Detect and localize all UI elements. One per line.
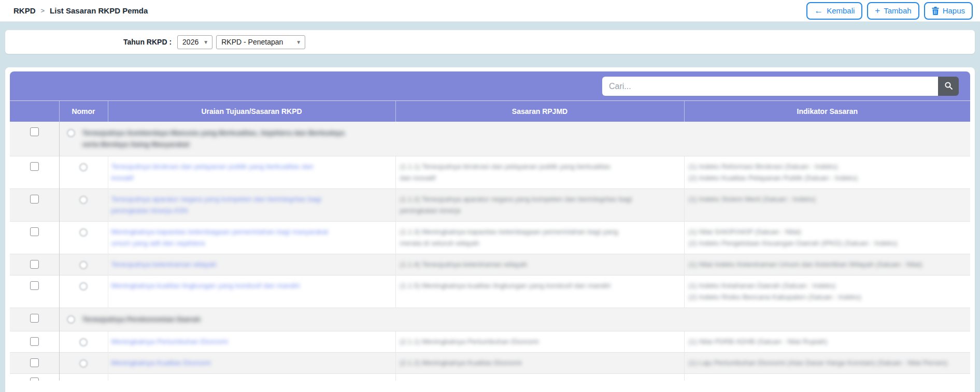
- row-radio[interactable]: [79, 163, 88, 171]
- uraian-cell: Meningkatnya kapasitas kelembagaan pemer…: [108, 222, 395, 254]
- tambah-button-label: Tambah: [884, 6, 911, 15]
- uraian-cell: Meningkatnya Kualitas Ekonomi: [108, 353, 395, 374]
- indikator-text: (1) Laju Pertumbuhan Ekonomi (Atas Dasar…: [689, 357, 967, 369]
- row-radio[interactable]: [67, 129, 75, 137]
- sasaran-rpjmd-cell: (1.1.5) Meningkatnya kualitas lingkungan…: [395, 275, 684, 308]
- kembali-button-label: Kembali: [827, 6, 855, 15]
- table-row: Meningkatnya Kualitas Ekonomi(2.1.2) Men…: [10, 353, 970, 374]
- column-header-nomor: Nomor: [59, 101, 108, 122]
- uraian-cell: Meningkatnya kualitas lingkungan yang ko…: [108, 275, 395, 308]
- row-checkbox[interactable]: [30, 337, 39, 346]
- row-radio[interactable]: [79, 228, 88, 237]
- uraian-link[interactable]: Terwujudnya aparatur negara yang kompete…: [111, 194, 390, 216]
- row-checkbox-cell: [10, 374, 59, 381]
- row-radio[interactable]: [79, 261, 88, 269]
- table-row: [10, 374, 970, 381]
- trash-icon: [932, 7, 939, 15]
- action-buttons: ← Kembali + Tambah Hapus: [806, 2, 973, 20]
- table-row: Terwujudnya birokrasi dan pelayanan publ…: [10, 156, 970, 189]
- sasaran-text: (1.1.2) Terwujudnya aparatur negara yang…: [400, 194, 680, 216]
- search-button[interactable]: [938, 77, 959, 96]
- row-checkbox-cell: [10, 308, 59, 331]
- year-select[interactable]: 2026 ▼: [177, 35, 212, 49]
- sasaran-rpjmd-cell: (1.1.1) Terwujudnya birokrasi dan pelaya…: [395, 156, 684, 189]
- indikator-cell: (1) Nilai SAKIP/AKIP (Satuan : Nilai)(2)…: [684, 222, 970, 254]
- year-select-value: 2026: [182, 38, 198, 46]
- table-row: Meningkatnya kapasitas kelembagaan pemer…: [10, 222, 970, 254]
- uraian-link[interactable]: Terwujudnya birokrasi dan pelayanan publ…: [111, 161, 390, 184]
- breadcrumb-item-rkpd[interactable]: RKPD: [13, 6, 36, 15]
- sasaran-rpjmd-cell: (1.1.3) Meningkatnya kapasitas kelembaga…: [395, 222, 684, 254]
- arrow-left-icon: ←: [814, 6, 823, 15]
- nomor-cell: [59, 189, 108, 222]
- hapus-button-label: Hapus: [943, 6, 965, 15]
- uraian-link[interactable]: Meningkatnya kapasitas kelembagaan pemer…: [111, 226, 390, 249]
- row-radio[interactable]: [79, 196, 88, 204]
- table-row: Meningkatnya Pertumbuhan Ekonomi(2.1.1) …: [10, 331, 970, 353]
- row-checkbox[interactable]: [30, 314, 39, 323]
- group-row: Terwujudnya Sumberdaya Manusia yang Berk…: [10, 122, 970, 156]
- nomor-cell: [59, 353, 108, 374]
- indikator-cell: [684, 374, 970, 381]
- indikator-text: (1) Indeks Reformasi Birokrasi (Satuan :…: [689, 161, 967, 184]
- top-bar: RKPD > List Sasaran RKPD Pemda ← Kembali…: [0, 0, 980, 22]
- indikator-text: (1) Indeks Sistem Merit (Satuan : Indeks…: [689, 194, 967, 205]
- row-radio[interactable]: [79, 359, 88, 368]
- search-icon: [944, 81, 953, 92]
- stage-select[interactable]: RKPD - Penetapan ▼: [216, 35, 305, 49]
- uraian-cell: [108, 374, 395, 381]
- uraian-link[interactable]: Terwujudnya ketentraman wilayah: [111, 259, 390, 270]
- uraian-link[interactable]: Meningkatnya kualitas lingkungan yang ko…: [111, 280, 390, 292]
- group-row: Terwujudnya Perekonomian Daerah: [10, 308, 970, 331]
- row-checkbox-cell: [10, 189, 59, 222]
- tambah-button[interactable]: + Tambah: [867, 2, 919, 20]
- row-checkbox[interactable]: [30, 260, 39, 269]
- table-row: Meningkatnya kualitas lingkungan yang ko…: [10, 275, 970, 308]
- sasaran-text: (2.1.2) Meningkatnya Kualitas Ekonomi: [400, 357, 680, 369]
- column-header-indikator: Indikator Sasaran: [684, 101, 970, 122]
- chevron-down-icon: ▼: [203, 39, 208, 45]
- breadcrumb: RKPD > List Sasaran RKPD Pemda: [13, 6, 148, 15]
- table-row: Terwujudnya aparatur negara yang kompete…: [10, 189, 970, 222]
- uraian-cell: Terwujudnya ketentraman wilayah: [108, 254, 395, 275]
- row-radio[interactable]: [67, 315, 75, 324]
- uraian-link[interactable]: Meningkatnya Pertumbuhan Ekonomi: [111, 336, 390, 347]
- filter-card: Tahun RKPD : 2026 ▼ RKPD - Penetapan ▼: [5, 30, 975, 54]
- sasaran-text: (1.1.1) Terwujudnya birokrasi dan pelaya…: [400, 161, 680, 184]
- hapus-button[interactable]: Hapus: [924, 2, 973, 20]
- uraian-link[interactable]: Meningkatnya Kualitas Ekonomi: [111, 357, 390, 369]
- search-input[interactable]: [602, 77, 938, 96]
- uraian-cell: Terwujudnya birokrasi dan pelayanan publ…: [108, 156, 395, 189]
- sasaran-table: Nomor Uraian Tujuan/Sasaran RKPD Sasaran…: [10, 101, 970, 381]
- sasaran-rpjmd-cell: (1.1.4) Terwujudnya ketentraman wilayah: [395, 254, 684, 275]
- indikator-cell: (1) Nilai Indeks Ketentraman Umum dan Ke…: [684, 254, 970, 275]
- row-radio[interactable]: [79, 338, 88, 346]
- row-checkbox[interactable]: [30, 127, 39, 136]
- chevron-down-icon: ▼: [296, 39, 301, 45]
- row-checkbox[interactable]: [30, 281, 39, 290]
- table-row: Terwujudnya ketentraman wilayah(1.1.4) T…: [10, 254, 970, 275]
- row-checkbox[interactable]: [30, 162, 39, 171]
- kembali-button[interactable]: ← Kembali: [806, 2, 862, 20]
- indikator-cell: (1) Laju Pertumbuhan Ekonomi (Atas Dasar…: [684, 353, 970, 374]
- group-title-text: Terwujudnya Perekonomian Daerah: [82, 314, 201, 325]
- column-header-uraian: Uraian Tujuan/Sasaran RKPD: [108, 101, 395, 122]
- group-title-cell: Terwujudnya Sumberdaya Manusia yang Berk…: [59, 122, 970, 156]
- indikator-cell: (1) Indeks Sistem Merit (Satuan : Indeks…: [684, 189, 970, 222]
- nomor-cell: [59, 374, 108, 381]
- row-checkbox[interactable]: [30, 358, 39, 367]
- sasaran-rpjmd-cell: (1.1.2) Terwujudnya aparatur negara yang…: [395, 189, 684, 222]
- sasaran-text: (1.1.3) Meningkatnya kapasitas kelembaga…: [400, 226, 680, 249]
- breadcrumb-separator: >: [41, 7, 45, 14]
- row-checkbox[interactable]: [30, 195, 39, 204]
- indikator-cell: (1) Indeks Reformasi Birokrasi (Satuan :…: [684, 156, 970, 189]
- row-checkbox-cell: [10, 331, 59, 353]
- row-radio[interactable]: [79, 282, 88, 291]
- indikator-cell: (1) Indeks Ketahanan Daerah (Satuan : In…: [684, 275, 970, 308]
- row-checkbox[interactable]: [30, 378, 39, 381]
- column-header-checkbox: [10, 101, 59, 122]
- row-checkbox[interactable]: [30, 227, 39, 236]
- table-header: Nomor Uraian Tujuan/Sasaran RKPD Sasaran…: [10, 101, 970, 122]
- indikator-text: (1) Indeks Ketahanan Daerah (Satuan : In…: [689, 280, 967, 303]
- sasaran-text: (1.1.4) Terwujudnya ketentraman wilayah: [400, 259, 680, 270]
